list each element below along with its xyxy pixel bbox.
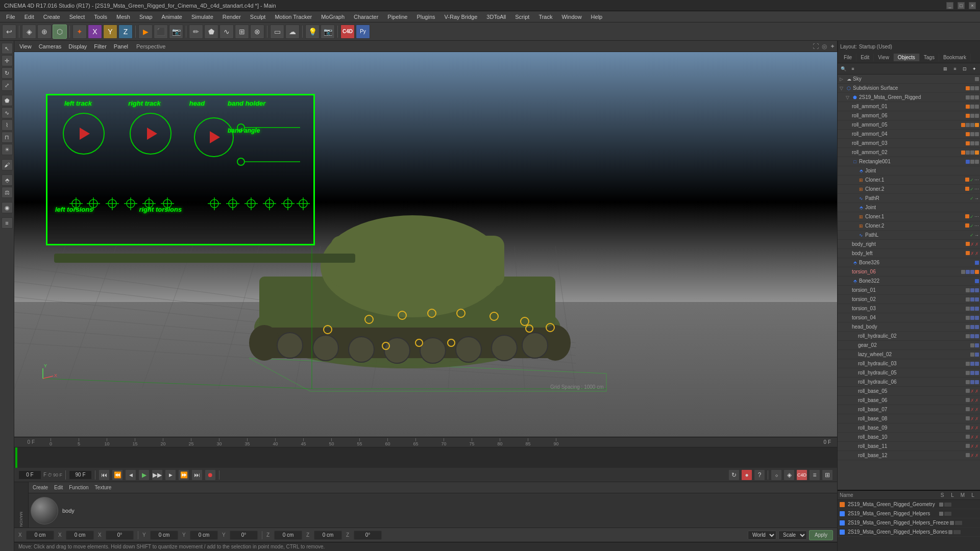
rp-tab-bookmark[interactable]: Bookmark: [939, 54, 971, 61]
obj-roll-ammort-05[interactable]: roll_ammort_05: [838, 120, 980, 130]
rp-tab-file[interactable]: File: [840, 54, 856, 61]
vm-panel[interactable]: Panel: [111, 42, 131, 51]
obj-torsion-02[interactable]: torsion_02: [838, 295, 980, 304]
lt-brush[interactable]: 🖌: [2, 159, 13, 170]
obj-head-body[interactable]: head_body: [838, 322, 980, 332]
ts-extras[interactable]: ≡: [809, 469, 820, 481]
rpt-icon3[interactable]: ⊡: [960, 64, 969, 73]
obj-main-rigged[interactable]: ▽ ⬟ 2S19_Msta_Green_Rigged: [838, 93, 980, 102]
minimize-button[interactable]: _: [946, 2, 953, 9]
menu-select[interactable]: Select: [65, 13, 89, 21]
menu-pipeline[interactable]: Pipeline: [383, 13, 411, 21]
toolbar-render[interactable]: ▶: [138, 24, 153, 39]
obj-roll-base-09[interactable]: roll_base_09 ✗ ✗: [838, 423, 980, 433]
toolbar-move[interactable]: ✦: [72, 24, 87, 39]
ts-c4d-icon[interactable]: C4D: [796, 469, 807, 481]
obj-cloner1-l[interactable]: ⊞ Cloner.1 ✓ ⋯: [838, 212, 980, 221]
menu-tools[interactable]: Tools: [90, 13, 111, 21]
vm-display[interactable]: Display: [65, 42, 90, 51]
transport-prev-key[interactable]: ⏪: [112, 469, 123, 481]
lt-spline[interactable]: ∿: [2, 107, 13, 118]
obj-roll-base-06[interactable]: roll_base_06 ✗ ✗: [838, 396, 980, 405]
rpt-filter[interactable]: ≡: [848, 64, 857, 73]
toolbar-model-mode[interactable]: ◈: [22, 24, 36, 39]
obj-roll-base-08[interactable]: roll_base_08 ✗ ✗: [838, 414, 980, 423]
obj-body-left[interactable]: body_left ✗ ✗: [838, 249, 980, 258]
menu-plugins[interactable]: Plugins: [412, 13, 439, 21]
viewport-expand-icon[interactable]: ⛶: [813, 43, 819, 50]
vm-filter[interactable]: Filter: [91, 42, 109, 51]
obj-roll-ammort-04[interactable]: roll_ammort_04: [838, 130, 980, 139]
obj-rectangle001[interactable]: □ Rectangle001: [838, 157, 980, 166]
bottom-obj-helpers[interactable]: 2S19_Msta_Green_Rigged_Helpers: [838, 509, 980, 518]
menu-animate[interactable]: Animate: [158, 13, 186, 21]
obj-cloner2-r[interactable]: ⊞ Cloner.2 ✓ ⋯: [838, 185, 980, 194]
transport-next-frame[interactable]: ▶: [165, 469, 176, 481]
obj-torsion-04[interactable]: torsion_04: [838, 313, 980, 322]
ts-snap[interactable]: ●: [741, 469, 752, 481]
menu-vray-bridge[interactable]: V-Ray Bridge: [440, 13, 482, 21]
viewport-settings-icon[interactable]: ✦: [830, 43, 835, 50]
menu-help[interactable]: Help: [587, 13, 607, 21]
coord-z-pos[interactable]: [274, 531, 302, 540]
menu-render[interactable]: Render: [218, 13, 245, 21]
coord-y-pos[interactable]: [150, 531, 178, 540]
transport-play[interactable]: ▶: [138, 469, 150, 481]
obj-sky[interactable]: ▷ ☁ Sky: [838, 74, 980, 84]
obj-torsion-01[interactable]: torsion_01: [838, 286, 980, 295]
lt-poly[interactable]: ⬟: [2, 95, 13, 106]
obj-roll-hydraulic-05[interactable]: roll_hydraulic_05: [838, 368, 980, 378]
mat-edit[interactable]: Edit: [52, 485, 65, 490]
toolbar-sky[interactable]: ☁: [285, 24, 300, 39]
obj-subdivision-surface[interactable]: ▽ ⬡ Subdivision Surface: [838, 84, 980, 93]
lt-move[interactable]: ✛: [2, 55, 13, 66]
menu-character[interactable]: Character: [350, 13, 382, 21]
menu-sculpt[interactable]: Sculpt: [246, 13, 270, 21]
obj-roll-hydraulic-03[interactable]: roll_hydraulic_03: [838, 359, 980, 368]
obj-cloner1-r[interactable]: ⊞ Cloner.1 ✓ ⋯: [838, 176, 980, 185]
rp-tab-tags[interactable]: Tags: [920, 54, 939, 61]
menu-mograph[interactable]: MoGraph: [317, 13, 349, 21]
toolbar-python[interactable]: Py: [356, 24, 370, 39]
obj-pathr[interactable]: ∿ PathR ✓ →: [838, 194, 980, 203]
menu-mesh[interactable]: Mesh: [112, 13, 134, 21]
toolbar-object-mode[interactable]: ⬡: [53, 24, 67, 39]
menu-3dtoall[interactable]: 3DToAll: [482, 13, 510, 21]
transport-next-key[interactable]: ⏩: [178, 469, 189, 481]
viewport[interactable]: X Y Grid Spacing : 1000 cm left track ri…: [14, 52, 837, 437]
apply-button[interactable]: Apply: [809, 530, 833, 540]
menu-create[interactable]: Create: [39, 13, 64, 21]
lt-rotate[interactable]: ↻: [2, 67, 13, 79]
transport-go-start[interactable]: ⏮: [99, 469, 110, 481]
ts-question[interactable]: ?: [754, 469, 765, 481]
coord-x-pos[interactable]: [26, 531, 54, 540]
lt-bone[interactable]: ⬘: [2, 174, 13, 186]
toolbar-x[interactable]: X: [88, 24, 102, 39]
menu-track[interactable]: Track: [534, 13, 556, 21]
obj-pathl[interactable]: ∿ PathL ✓ →: [838, 231, 980, 240]
mat-preview[interactable]: [31, 497, 58, 524]
ts-motion[interactable]: ◈: [783, 469, 795, 481]
obj-roll-hydraulic-06[interactable]: roll_hydraulic_06: [838, 378, 980, 387]
coord-x-size[interactable]: [66, 531, 94, 540]
coord-y-size[interactable]: [190, 531, 218, 540]
obj-bone322[interactable]: ⬘ Bone322: [838, 277, 980, 286]
rp-tab-view[interactable]: View: [874, 54, 894, 61]
obj-torsion-06[interactable]: torsion_06: [838, 267, 980, 277]
toolbar-floor[interactable]: ▭: [270, 24, 284, 39]
mat-create[interactable]: Create: [31, 485, 50, 490]
toolbar-render-view[interactable]: ⬛: [154, 24, 168, 39]
obj-roll-ammort-01[interactable]: roll_ammort_01: [838, 102, 980, 111]
obj-roll-base-11[interactable]: roll_base_11 ✗ ✗: [838, 442, 980, 451]
bottom-obj-helpers-freeze[interactable]: 2S19_Msta_Green_Rigged_Helpers_Freeze: [838, 518, 980, 528]
toolbar-paint[interactable]: ✏: [189, 24, 203, 39]
rpt-search[interactable]: 🔍: [839, 64, 848, 73]
rp-tab-objects[interactable]: Objects: [894, 54, 920, 61]
ts-keyframe[interactable]: ⬦: [771, 469, 782, 481]
obj-lazy-wheel-02[interactable]: lazy_wheel_02: [838, 350, 980, 359]
menu-window[interactable]: Window: [557, 13, 585, 21]
toolbar-light[interactable]: 💡: [305, 24, 320, 39]
obj-bone326[interactable]: ⬘ Bone326: [838, 258, 980, 267]
timeline-track[interactable]: [14, 447, 837, 468]
lt-material[interactable]: ◉: [2, 202, 13, 213]
